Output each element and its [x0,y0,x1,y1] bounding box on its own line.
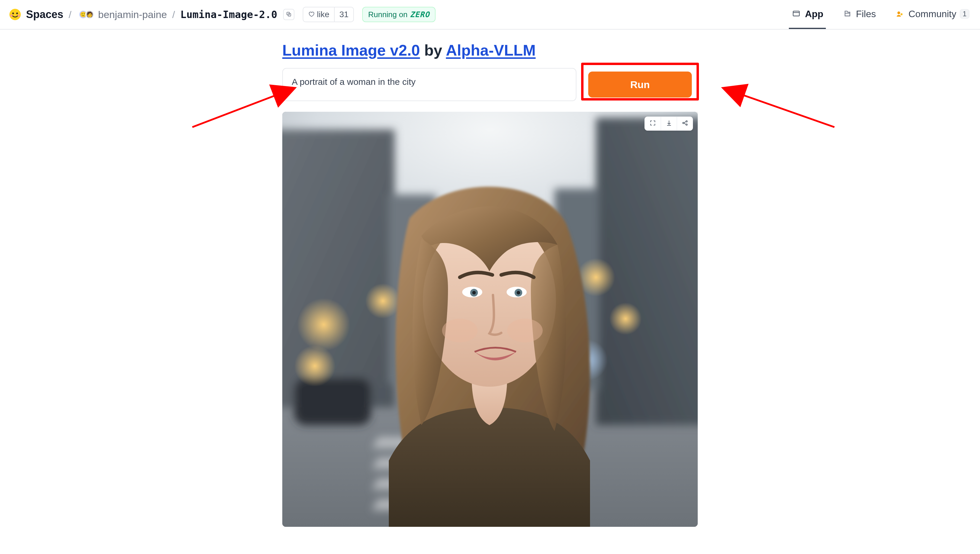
copy-icon [286,11,292,18]
like-label: like [317,10,329,19]
tab-files[interactable]: Files [840,0,878,29]
svg-point-21 [297,298,350,351]
spaces-label[interactable]: Spaces [26,8,63,21]
files-icon [843,9,852,19]
share-icon [682,120,688,127]
title-by: by [420,42,446,59]
owner-avatars: 🙂 🧑 [79,10,94,19]
fullscreen-button[interactable] [645,117,661,131]
svg-point-2 [16,13,18,14]
output-image[interactable] [282,112,698,527]
author-link[interactable]: Alpha-VLLM [446,42,536,59]
tab-label: App [805,9,823,19]
annotation-arrow-run [713,80,837,133]
prompt-input[interactable] [292,77,567,87]
svg-point-33 [517,291,520,295]
owner-link[interactable]: benjamin-paine [98,9,167,21]
status-prefix: Running on [368,10,407,19]
svg-point-4 [18,14,20,17]
prompt-row: Run [282,68,698,101]
svg-point-3 [10,14,13,17]
svg-point-34 [442,319,477,342]
repo-name[interactable]: Lumina-Image-2.0 [180,9,278,21]
like-count: 31 [335,7,353,22]
tab-label: Community [908,9,956,19]
svg-point-35 [507,319,543,342]
svg-point-32 [472,291,476,295]
top-bar: Spaces / 🙂 🧑 benjamin-paine / Lumina-Ima… [0,0,980,30]
community-count-badge: 1 [960,9,969,19]
tab-community[interactable]: Community 1 [892,0,972,29]
status-zero: ZERO [410,10,429,19]
app-icon [791,9,801,19]
download-button[interactable] [661,117,677,131]
svg-point-1 [12,13,14,14]
nav-tabs: App Files Community 1 [789,0,972,29]
svg-point-23 [365,283,401,319]
breadcrumb-separator: / [172,9,175,21]
model-link[interactable]: Lumina Image v2.0 [282,42,420,59]
svg-point-9 [901,13,903,15]
community-icon [895,9,905,19]
share-button[interactable] [677,117,693,131]
app-main: Lumina Image v2.0 by Alpha-VLLM Run [282,41,698,527]
svg-point-25 [609,302,642,335]
avatar: 🧑 [85,10,94,19]
tab-label: Files [856,9,876,19]
like-pill: like 31 [303,7,354,22]
svg-line-40 [725,89,835,127]
svg-point-8 [897,11,900,14]
prompt-card[interactable] [282,68,576,101]
huggingface-logo-icon[interactable] [8,8,22,21]
heart-icon [308,10,314,19]
download-icon [666,120,672,127]
fullscreen-icon [650,120,656,127]
tab-app[interactable]: App [789,0,825,29]
image-toolbar [645,116,693,131]
like-button[interactable]: like [303,7,335,22]
breadcrumb: Spaces / 🙂 🧑 benjamin-paine / Lumina-Ima… [8,7,436,22]
svg-point-0 [10,9,21,20]
svg-line-39 [192,89,293,127]
breadcrumb-separator: / [69,9,71,21]
copy-repo-name-button[interactable] [283,9,294,20]
run-wrap: Run [582,68,698,101]
run-button[interactable]: Run [588,72,692,97]
svg-rect-7 [793,11,800,16]
page-title: Lumina Image v2.0 by Alpha-VLLM [282,41,698,59]
svg-rect-20 [294,378,371,425]
svg-point-22 [294,345,335,387]
status-badge[interactable]: Running on ZERO [362,7,436,22]
